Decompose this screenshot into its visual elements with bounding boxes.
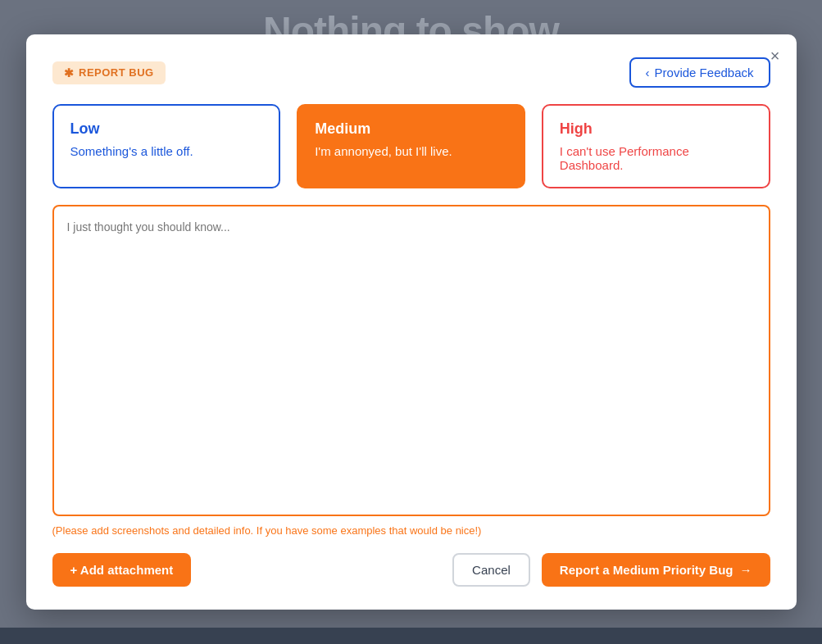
footer-right: Cancel Report a Medium Priority Bug →	[452, 553, 770, 587]
medium-card-title: Medium	[315, 120, 507, 138]
bottom-bar	[0, 628, 822, 644]
modal-overlay: × ✱ REPORT BUG ‹ Provide Feedback Low So…	[0, 0, 822, 644]
arrow-right-icon: →	[740, 563, 752, 577]
medium-card-desc: I'm annonyed, but I'll live.	[315, 144, 507, 158]
report-bug-badge[interactable]: ✱ REPORT BUG	[52, 61, 166, 84]
low-card-desc: Something's a little off.	[70, 144, 263, 158]
modal-container: × ✱ REPORT BUG ‹ Provide Feedback Low So…	[26, 34, 797, 610]
bug-icon: ✱	[64, 66, 75, 79]
report-button-label: Report a Medium Priority Bug	[560, 563, 733, 577]
provide-feedback-button[interactable]: ‹ Provide Feedback	[629, 57, 770, 88]
modal-header: ✱ REPORT BUG ‹ Provide Feedback	[52, 57, 770, 88]
cancel-button[interactable]: Cancel	[452, 553, 530, 587]
feedback-textarea[interactable]	[52, 205, 770, 516]
priority-card-medium[interactable]: Medium I'm annonyed, but I'll live.	[297, 104, 525, 188]
add-attachment-label: + Add attachment	[70, 563, 174, 577]
feedback-textarea-wrapper: (Please add screenshots and detailed inf…	[52, 205, 770, 537]
provide-feedback-label: Provide Feedback	[655, 66, 754, 79]
high-card-desc: I can't use Performance Dashboard.	[560, 144, 752, 172]
priority-card-low[interactable]: Low Something's a little off.	[52, 104, 281, 188]
chevron-left-icon: ‹	[646, 66, 650, 79]
report-bug-label: REPORT BUG	[79, 66, 154, 79]
report-bug-button[interactable]: Report a Medium Priority Bug →	[542, 553, 770, 587]
low-card-title: Low	[70, 120, 263, 138]
priority-card-high[interactable]: High I can't use Performance Dashboard.	[542, 104, 770, 188]
high-card-title: High	[560, 120, 752, 138]
add-attachment-button[interactable]: + Add attachment	[52, 553, 192, 587]
feedback-hint: (Please add screenshots and detailed inf…	[52, 524, 770, 537]
close-button[interactable]: ×	[770, 48, 780, 64]
priority-cards: Low Something's a little off. Medium I'm…	[52, 104, 770, 188]
modal-footer: + Add attachment Cancel Report a Medium …	[52, 553, 770, 587]
